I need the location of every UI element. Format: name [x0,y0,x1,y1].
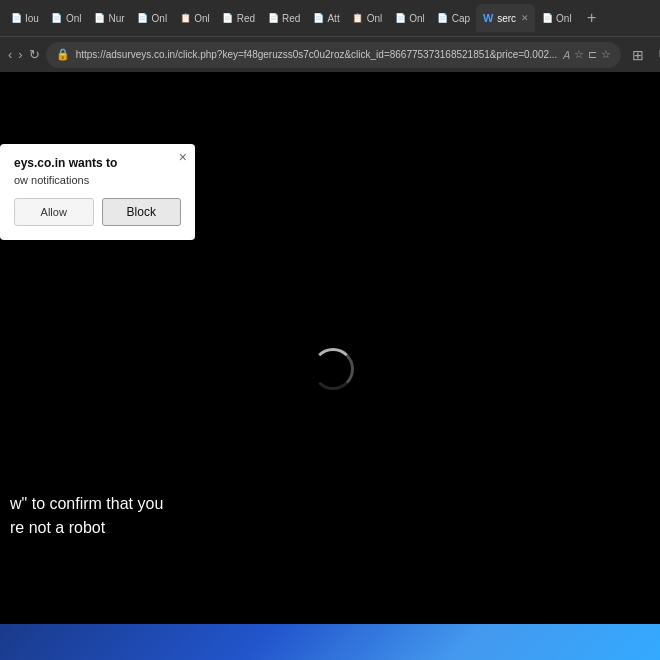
tab-favicon-nur: 📄 [93,12,105,24]
windows-taskbar[interactable] [0,624,660,660]
extensions-button[interactable]: ⧉ [653,44,660,66]
dialog-buttons: Allow Block [14,198,181,226]
tab-onl7[interactable]: 📄 Onl [535,4,578,32]
tab-close-button[interactable]: ✕ [521,13,529,23]
tab-onl4[interactable]: 📋 Onl [173,4,216,32]
tab-favicon-serc: W [482,12,494,24]
tab-onl2[interactable]: 📄 Onl [45,4,88,32]
tab-favicon-red2: 📄 [267,12,279,24]
back-button[interactable]: ‹ [8,45,12,65]
page-body-text: w" to confirm that you re not a robot [10,492,163,540]
url-text: https://adsurveys.co.in/click.php?key=f4… [76,49,558,60]
tab-favicon-cap: 📄 [437,12,449,24]
tab-favicon-onl5: 📋 [352,12,364,24]
lock-icon: 🔒 [56,48,70,61]
browser-chrome: 📄 Iou 📄 Onl 📄 Nur 📄 Onl 📋 Onl 📄 Red 📄 Re… [0,0,660,72]
tab-onl5[interactable]: 📋 Onl [346,4,389,32]
tab-favicon-onl2: 📄 [51,12,63,24]
tab-favicon-att: 📄 [312,12,324,24]
tab-favicon-onl6: 📄 [394,12,406,24]
tab-nur[interactable]: 📄 Nur [87,4,130,32]
dialog-close-button[interactable]: × [179,150,187,164]
tab-serc-active[interactable]: W serc ✕ [476,4,535,32]
tab-iou[interactable]: 📄 Iou [4,4,45,32]
dialog-message: ow notifications [14,174,181,186]
star-icon[interactable]: ☆ [574,48,584,61]
tab-favicon-onl7: 📄 [541,12,553,24]
tab-bar: 📄 Iou 📄 Onl 📄 Nur 📄 Onl 📋 Onl 📄 Red 📄 Re… [0,0,660,36]
tab-favicon-red1: 📄 [222,12,234,24]
spinner-animation [312,348,348,384]
allow-button[interactable]: Allow [14,198,94,226]
dialog-site-name: eys.co.in wants to [14,156,181,170]
content-area: ↑ w" to confirm that you re not a robot … [0,72,660,660]
loading-spinner [312,348,348,384]
tab-favicon-onl3: 📄 [137,12,149,24]
tab-cap[interactable]: 📄 Cap [431,4,476,32]
tab-att[interactable]: 📄 Att [306,4,345,32]
split-view-icon[interactable]: ⊏ [588,48,597,61]
address-bar: ‹ › ↻ 🔒 https://adsurveys.co.in/click.ph… [0,36,660,72]
forward-button[interactable]: › [18,45,22,65]
tab-onl6[interactable]: 📄 Onl [388,4,431,32]
favorites-icon[interactable]: ☆ [601,48,611,61]
tab-red1[interactable]: 📄 Red [216,4,261,32]
notification-dialog: × eys.co.in wants to ow notifications Al… [0,144,195,240]
reader-view-icon[interactable]: 𝘈 [563,48,570,62]
refresh-button[interactable]: ↻ [29,45,40,65]
block-button[interactable]: Block [102,198,182,226]
url-box[interactable]: 🔒 https://adsurveys.co.in/click.php?key=… [46,42,622,68]
new-tab-button[interactable]: + [578,4,606,32]
tab-red2[interactable]: 📄 Red [261,4,306,32]
tab-favicon-iou: 📄 [10,12,22,24]
collections-button[interactable]: ⊞ [627,44,649,66]
tab-favicon-onl4: 📋 [179,12,191,24]
tab-onl3[interactable]: 📄 Onl [131,4,174,32]
